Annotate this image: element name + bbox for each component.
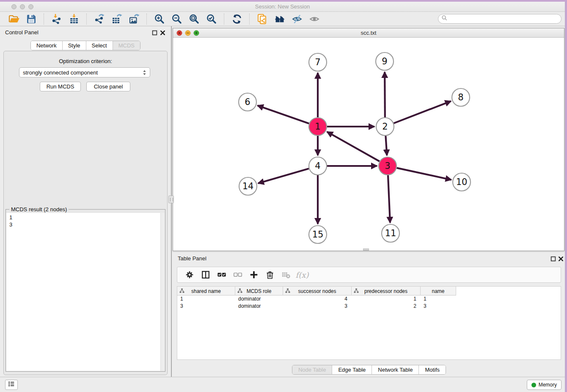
float-table-panel-icon[interactable]	[550, 256, 556, 261]
graph-edge-3-11[interactable]	[388, 175, 390, 223]
graph-node-1[interactable]: 1	[309, 118, 327, 135]
svg-text:2: 2	[382, 121, 388, 132]
graph-node-10[interactable]: 10	[453, 173, 471, 191]
graph-node-7[interactable]: 7	[309, 53, 327, 71]
control-tab-style[interactable]: Style	[62, 41, 86, 50]
deselect-all-rows-icon[interactable]	[232, 269, 244, 280]
graph-node-6[interactable]: 6	[239, 93, 256, 111]
column-header-successor-nodes[interactable]: successor nodes	[283, 287, 352, 295]
column-header-shared-name[interactable]: shared name	[177, 287, 235, 295]
tab-edge-table[interactable]: Edge Table	[332, 365, 372, 374]
network-canvas[interactable]: 7968124314101511	[173, 38, 564, 251]
control-panel-title: Control Panel	[5, 29, 39, 36]
node-table[interactable]: shared nameMCDS rolesuccessor nodesprede…	[177, 286, 561, 360]
toolbar-separator	[224, 14, 224, 25]
app-titlebar[interactable]: Session: New Session	[0, 2, 565, 12]
export-network-icon[interactable]	[94, 13, 105, 25]
graph-edge-2-8[interactable]	[394, 101, 451, 123]
graph-node-9[interactable]: 9	[376, 52, 394, 70]
table-cell: dominator	[235, 295, 283, 303]
tab-network-table[interactable]: Network Table	[372, 365, 418, 374]
network-window-title: scc.txt	[173, 30, 564, 36]
table-cell: 3	[283, 303, 352, 310]
export-image-icon[interactable]	[128, 13, 140, 25]
mcds-result-list[interactable]: 13	[6, 213, 165, 371]
graph-edge-3-1[interactable]	[327, 132, 380, 161]
table-cell: 3	[177, 303, 235, 310]
graph-edge-2-9[interactable]	[385, 72, 385, 117]
import-table-icon[interactable]	[68, 13, 80, 25]
table-cell: 1	[421, 295, 456, 303]
panel-divider-grip[interactable]	[168, 196, 174, 203]
control-panel: Control Panel NetworkStyleSelectMCDS Opt…	[0, 26, 171, 377]
select-all-rows-icon[interactable]	[216, 269, 228, 280]
control-tab-select[interactable]: Select	[86, 41, 113, 50]
network-window-titlebar[interactable]: scc.txt	[173, 28, 564, 38]
search-input[interactable]	[448, 16, 561, 22]
delete-table-icon	[280, 269, 292, 280]
refresh-view-icon[interactable]	[231, 13, 242, 25]
zoom-selected-icon[interactable]	[206, 13, 217, 25]
optimization-label: Optimization criterion:	[4, 58, 167, 64]
graph-node-11[interactable]: 11	[382, 224, 399, 242]
svg-text:10: 10	[456, 177, 468, 187]
memory-label: Memory	[539, 382, 557, 388]
column-header-MCDS-role[interactable]: MCDS role	[235, 287, 283, 295]
result-scrollbar[interactable]	[160, 213, 165, 371]
toggle-column-panel-icon[interactable]	[200, 269, 212, 280]
zoom-in-icon[interactable]	[154, 13, 165, 25]
graph-edge-3-10[interactable]	[396, 168, 451, 180]
svg-text:6: 6	[245, 97, 250, 107]
control-tab-mcds[interactable]: MCDS	[113, 41, 140, 50]
column-header-name[interactable]: name	[421, 287, 456, 295]
graph-node-15[interactable]: 15	[309, 226, 327, 243]
dropdown-stepper-icon	[143, 69, 146, 76]
graph-node-2[interactable]: 2	[376, 118, 394, 135]
delete-column-icon[interactable]	[264, 269, 276, 280]
tab-motifs[interactable]: Motifs	[418, 365, 446, 374]
tab-node-table[interactable]: Node Table	[292, 365, 332, 374]
table-cell: 2	[352, 303, 421, 310]
zoom-out-icon[interactable]	[171, 13, 182, 25]
toolbar-separator	[44, 14, 44, 25]
graph-edge-2-3[interactable]	[385, 136, 387, 155]
table-row[interactable]: 1dominator411	[177, 295, 456, 303]
task-history-button[interactable]	[5, 380, 18, 390]
table-row[interactable]: 3dominator323	[177, 303, 456, 310]
show-all-icon[interactable]	[308, 13, 320, 25]
graph-node-8[interactable]: 8	[452, 88, 470, 106]
graph-edge-1-6[interactable]	[258, 105, 309, 123]
column-header-predecessor-nodes[interactable]: predecessor nodes	[352, 287, 421, 295]
add-column-icon[interactable]	[248, 269, 260, 280]
export-table-icon[interactable]	[111, 13, 122, 25]
save-session-icon[interactable]	[25, 13, 37, 25]
canvas-scroll-grip[interactable]	[363, 248, 369, 251]
graph-node-4[interactable]: 4	[309, 157, 327, 175]
svg-text:4: 4	[315, 161, 320, 171]
close-panel-button[interactable]: Close panel	[86, 82, 130, 91]
graph-edge-4-14[interactable]	[258, 168, 309, 183]
run-mcds-button[interactable]: Run MCDS	[40, 82, 81, 91]
memory-button[interactable]: Memory	[527, 380, 561, 390]
open-session-icon[interactable]	[8, 13, 19, 25]
svg-text:7: 7	[315, 57, 320, 67]
import-network-icon[interactable]	[51, 13, 62, 25]
function-builder-icon: f(x)	[296, 269, 308, 280]
graph-node-3[interactable]: 3	[379, 157, 396, 175]
attribute-settings-icon[interactable]	[184, 269, 195, 280]
float-panel-icon[interactable]	[152, 30, 157, 35]
app-title: Session: New Session	[0, 3, 565, 10]
first-neighbors-icon[interactable]	[274, 13, 285, 25]
list-icon	[7, 380, 16, 390]
hide-selected-icon[interactable]	[291, 13, 303, 25]
result-node-id: 3	[6, 221, 165, 228]
graph-node-14[interactable]: 14	[239, 177, 257, 195]
optimization-dropdown[interactable]: strongly connected component	[19, 67, 150, 77]
clone-network-icon[interactable]	[256, 13, 268, 25]
close-panel-icon[interactable]	[160, 30, 165, 35]
zoom-fit-icon[interactable]	[188, 13, 200, 25]
close-table-panel-icon[interactable]	[558, 256, 564, 261]
control-tab-network[interactable]: Network	[31, 41, 62, 50]
svg-text:9: 9	[382, 56, 387, 66]
search-field[interactable]	[438, 14, 561, 24]
